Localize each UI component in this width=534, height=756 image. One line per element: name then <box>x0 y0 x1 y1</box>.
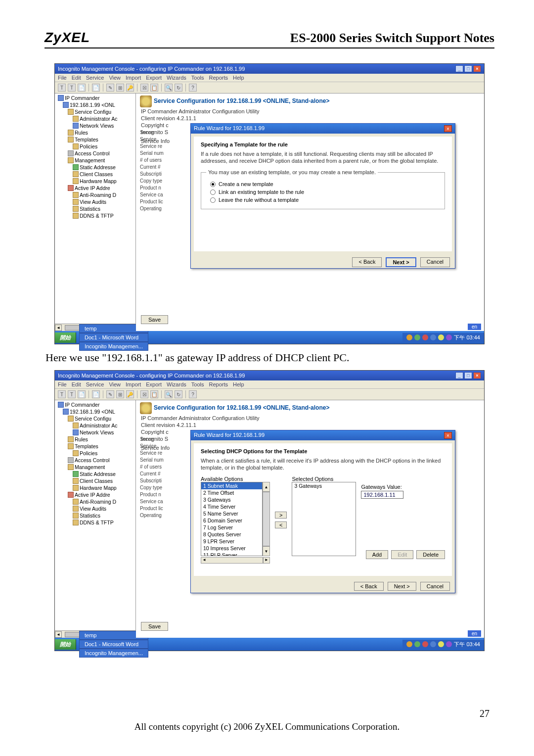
wizard-close-button[interactable]: × <box>444 432 452 439</box>
menu-import[interactable]: Import <box>126 381 141 387</box>
h-scroll-right[interactable]: ► <box>263 557 270 564</box>
tree-node[interactable]: Rules <box>56 129 134 136</box>
list-item[interactable]: 7 Log Server <box>201 524 262 531</box>
ime-indicator[interactable]: en <box>468 324 481 330</box>
help-icon[interactable]: ? <box>189 390 197 398</box>
toolbar-icon[interactable]: ☒ <box>140 84 148 92</box>
tray-icon[interactable] <box>406 334 412 340</box>
menu-view[interactable]: View <box>109 381 121 387</box>
menu-service[interactable]: Service <box>86 75 104 81</box>
list-scrollbar[interactable]: ▲▼ <box>263 482 270 556</box>
tree-node[interactable]: Static Addresse <box>56 471 134 477</box>
tree-node[interactable]: Static Addresse <box>56 164 134 171</box>
tree-node[interactable]: Policies <box>56 450 134 457</box>
menu-export[interactable]: Export <box>146 75 162 81</box>
toolbar-icon[interactable]: T <box>58 84 66 92</box>
menu-wizards[interactable]: Wizards <box>167 75 186 81</box>
tray-icon[interactable] <box>422 641 428 647</box>
delete-button[interactable]: Delete <box>416 550 445 559</box>
tray-icon[interactable] <box>422 334 428 340</box>
list-item[interactable]: 3 Gateways <box>292 482 356 489</box>
wizard-close-button[interactable]: × <box>444 125 452 132</box>
list-item[interactable]: 9 LPR Server <box>201 538 262 545</box>
menu-view[interactable]: View <box>109 75 121 81</box>
toolbar-icon[interactable]: 📄 <box>78 84 86 92</box>
gateways-value-input[interactable]: 192.168.1.11 <box>361 491 403 499</box>
refresh-icon[interactable]: ↻ <box>175 84 182 92</box>
tray-icon[interactable] <box>438 334 444 340</box>
toolbar-icon[interactable]: 🔑 <box>126 84 134 92</box>
tree-node[interactable]: Client Classes <box>56 171 134 178</box>
taskbar-item[interactable]: Doc1 - Microsoft Word <box>79 333 148 342</box>
toolbar-icon[interactable]: ✎ <box>106 390 114 398</box>
tree-node[interactable]: Service Configu <box>56 415 134 422</box>
tree-node[interactable]: 192.168.1.99 <ONL <box>56 408 134 415</box>
toolbar-icon[interactable]: 📄 <box>92 390 100 398</box>
list-item[interactable]: 1 Subnet Mask <box>201 482 262 489</box>
tree-node[interactable]: Templates <box>56 443 134 450</box>
tree-node[interactable]: Policies <box>56 143 134 150</box>
help-icon[interactable]: ? <box>189 84 197 92</box>
tree-node[interactable]: Administrator Ac <box>56 115 134 122</box>
tree-node[interactable]: Statistics <box>56 512 134 519</box>
toolbar-icon[interactable]: ⊞ <box>116 390 124 398</box>
tree-node[interactable]: Network Views <box>56 122 134 129</box>
scroll-left-icon[interactable]: ◄ <box>55 631 62 638</box>
menu-tools[interactable]: Tools <box>191 75 204 81</box>
refresh-icon[interactable]: ↻ <box>175 390 182 398</box>
minimize-button[interactable]: _ <box>455 65 463 72</box>
tree-node[interactable]: Access Control <box>56 150 134 157</box>
menu-help[interactable]: Help <box>233 381 244 387</box>
back-button[interactable]: < Back <box>354 582 384 591</box>
tray-icon[interactable] <box>446 641 452 647</box>
close-button[interactable]: × <box>473 372 481 379</box>
menu-wizards[interactable]: Wizards <box>167 381 186 387</box>
save-button[interactable]: Save <box>141 622 168 631</box>
selected-options-list[interactable]: 3 Gateways <box>292 482 356 556</box>
zoom-in-icon[interactable]: 🔍 <box>165 390 173 398</box>
toolbar-icon[interactable]: 📄 <box>92 84 100 92</box>
tray-icon[interactable] <box>430 334 436 340</box>
maximize-button[interactable]: □ <box>464 372 472 379</box>
toolbar-icon[interactable]: 🔑 <box>126 390 134 398</box>
zoom-in-icon[interactable]: 🔍 <box>165 84 173 92</box>
list-item[interactable]: 11 RLP Server <box>201 552 262 556</box>
toolbar-icon[interactable]: 📋 <box>150 390 158 398</box>
list-item[interactable]: 6 Domain Server <box>201 517 262 524</box>
tree-node[interactable]: Service Configu <box>56 108 134 115</box>
tree-node[interactable]: Rules <box>56 436 134 443</box>
tree-node[interactable]: 192.168.1.99 <ONL <box>56 101 134 108</box>
tray-icon[interactable] <box>414 641 420 647</box>
tree-node[interactable]: Anti-Roaming D <box>56 191 134 198</box>
menu-file[interactable]: File <box>58 381 67 387</box>
tray-icon[interactable] <box>414 334 420 340</box>
tree-node[interactable]: IP Commander <box>56 94 134 101</box>
toolbar-icon[interactable]: 📋 <box>150 84 158 92</box>
menu-import[interactable]: Import <box>126 75 141 81</box>
menu-tools[interactable]: Tools <box>191 381 204 387</box>
available-options-list[interactable]: 1 Subnet Mask2 Time Offset3 Gateways4 Ti… <box>201 482 263 556</box>
start-button[interactable]: 開始 <box>55 639 76 650</box>
tree-node[interactable]: Active IP Addre <box>56 491 134 498</box>
add-button[interactable]: Add <box>366 550 389 559</box>
tree-node[interactable]: Templates <box>56 136 134 143</box>
next-button[interactable]: Next > <box>388 582 416 591</box>
tree-node[interactable]: Hardware Mapp <box>56 178 134 185</box>
system-tray[interactable]: 下午 03:44 <box>402 333 484 342</box>
taskbar-item[interactable]: Incognito Managemen... <box>79 649 148 658</box>
radio-no-template[interactable]: Leave the rule without a template <box>210 197 440 203</box>
tree-node[interactable]: DDNS & TFTP <box>56 519 134 526</box>
taskbar-item[interactable]: Incognito Managemen... <box>79 342 148 351</box>
toolbar-icon[interactable]: ☒ <box>140 390 148 398</box>
save-button[interactable]: Save <box>141 315 168 324</box>
toolbar-icon[interactable]: T <box>68 84 76 92</box>
menu-file[interactable]: File <box>58 75 67 81</box>
menu-export[interactable]: Export <box>146 381 162 387</box>
tree-node[interactable]: DDNS & TFTP <box>56 212 134 219</box>
close-button[interactable]: × <box>473 65 481 72</box>
tree-node[interactable]: Client Classes <box>56 477 134 484</box>
taskbar-item[interactable]: Doc1 - Microsoft Word <box>79 640 148 649</box>
list-item[interactable]: 8 Quotes Server <box>201 531 262 538</box>
back-button[interactable]: < Back <box>352 257 382 267</box>
toolbar-icon[interactable]: ⊞ <box>116 84 124 92</box>
